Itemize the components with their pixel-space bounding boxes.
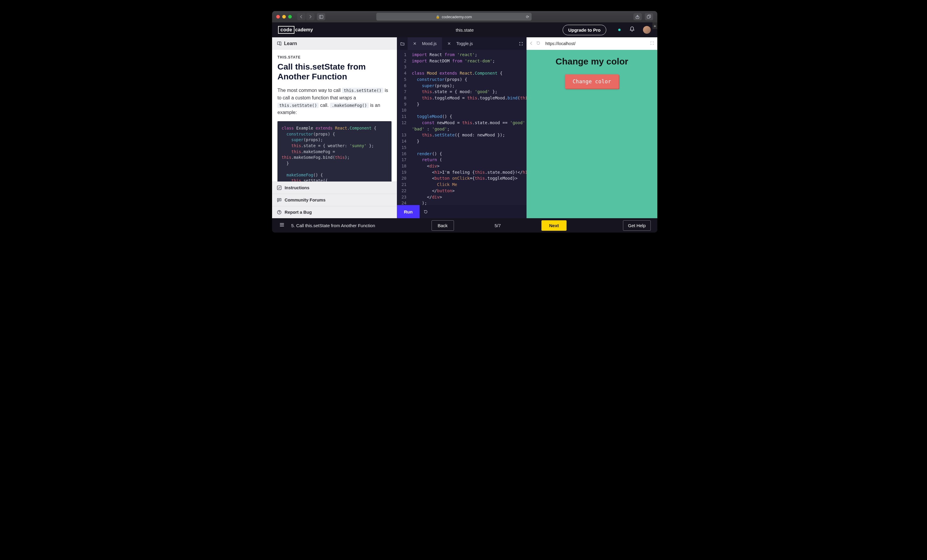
close-window-button[interactable] [276, 15, 280, 18]
app-header: code cademy this.state Upgrade to Pro [272, 23, 657, 37]
logo-text[interactable]: cademy [295, 27, 313, 33]
preview-back-icon[interactable] [529, 41, 533, 46]
logo-box[interactable]: code [278, 26, 295, 34]
reload-icon[interactable]: ⟳ [526, 15, 529, 19]
minimize-window-button[interactable] [282, 15, 286, 18]
upgrade-button[interactable]: Upgrade to Pro [563, 25, 606, 35]
code-source[interactable]: import React from 'react'; import ReactD… [409, 50, 526, 205]
new-tab-button[interactable]: + [652, 23, 657, 29]
reset-button[interactable] [419, 209, 432, 214]
browser-back-button[interactable] [297, 13, 305, 20]
learn-label: Learn [284, 41, 297, 46]
preview-url-input[interactable] [544, 41, 647, 46]
editor-tab-toggle[interactable]: ✕ Toggle.js [442, 37, 478, 50]
avatar[interactable] [643, 26, 651, 34]
close-tab-icon[interactable]: ✕ [413, 41, 416, 46]
maximize-window-button[interactable] [288, 15, 292, 18]
lesson-paragraph: The most common way to call this.setStat… [277, 87, 392, 117]
progress-indicator: 5/7 [495, 223, 501, 228]
editor-tab-label: Mood.js [422, 41, 437, 46]
run-button[interactable]: Run [397, 205, 419, 218]
inline-code: .makeSomeFog() [330, 103, 369, 108]
lesson-kicker: THIS.STATE [277, 55, 392, 59]
address-bar-text: codecademy.com [442, 15, 472, 19]
lesson-title: Call this.setState from Another Function [277, 62, 392, 82]
browser-window: 🔒 codecademy.com ⟳ + code cademy this.st… [272, 11, 657, 232]
change-color-button[interactable]: Change color [565, 74, 619, 89]
editor-panel: ✕ Mood.js ✕ Toggle.js 1 2 3 4 5 6 7 8 9 … [397, 37, 526, 218]
preview-canvas: Change my color Change color [526, 50, 657, 218]
learn-tab[interactable]: Learn [272, 37, 397, 50]
editor-tab-label: Toggle.js [456, 41, 473, 46]
expand-editor-icon[interactable] [515, 37, 526, 50]
lock-icon: 🔒 [436, 15, 440, 19]
share-button[interactable] [634, 13, 642, 20]
syllabus-menu-icon[interactable] [279, 222, 285, 229]
chat-icon [277, 197, 282, 202]
svg-rect-0 [319, 15, 323, 18]
svg-rect-3 [647, 15, 650, 18]
report-bug-label: Report a Bug [285, 210, 312, 215]
lesson-panel: Learn THIS.STATE Call this.setState from… [272, 37, 397, 218]
report-bug-tab[interactable]: Report a Bug [272, 206, 397, 218]
editor-tab-mood[interactable]: ✕ Mood.js [408, 37, 442, 50]
browser-sidebar-toggle[interactable] [317, 13, 325, 20]
get-help-button[interactable]: Get Help [623, 220, 651, 231]
address-bar[interactable]: 🔒 codecademy.com ⟳ [376, 13, 532, 21]
close-tab-icon[interactable]: ✕ [447, 41, 451, 46]
course-footer: 5. Call this.setState from Another Funct… [272, 218, 657, 232]
footer-lesson-title: 5. Call this.setState from Another Funct… [291, 223, 375, 228]
preview-title: Change my color [555, 56, 628, 67]
browser-forward-button[interactable] [306, 13, 315, 20]
instructions-label: Instructions [285, 185, 309, 190]
code-example: class Example extends React.Component { … [277, 121, 392, 182]
editor-tab-bar: ✕ Mood.js ✕ Toggle.js [397, 37, 526, 50]
window-controls [276, 15, 292, 18]
gutter: 1 2 3 4 5 6 7 8 9 10 11 12 13 14 15 16 1… [397, 50, 409, 205]
browser-titlebar: 🔒 codecademy.com ⟳ [272, 11, 657, 23]
status-indicator[interactable] [618, 29, 621, 31]
preview-url-bar [526, 37, 657, 50]
file-tree-icon[interactable] [397, 37, 408, 50]
inline-code: this.setState() [277, 103, 319, 108]
forums-label: Community Forums [285, 197, 325, 202]
book-icon [277, 41, 282, 46]
app-header-title: this.state [456, 27, 474, 33]
help-icon [277, 210, 282, 215]
code-editor[interactable]: 1 2 3 4 5 6 7 8 9 10 11 12 13 14 15 16 1… [397, 50, 526, 205]
inline-code: this.setState() [342, 88, 383, 93]
checkbox-icon [277, 185, 282, 190]
preview-reload-icon[interactable] [536, 41, 541, 47]
next-button[interactable]: Next [541, 220, 567, 231]
preview-expand-icon[interactable] [650, 41, 654, 47]
tabs-button[interactable] [645, 13, 653, 20]
back-button[interactable]: Back [432, 220, 454, 231]
forums-tab[interactable]: Community Forums [272, 194, 397, 206]
preview-panel: Change my color Change color [526, 37, 657, 218]
run-bar: Run [397, 205, 526, 218]
instructions-tab[interactable]: Instructions [272, 182, 397, 194]
notifications-icon[interactable] [629, 26, 635, 33]
svg-point-8 [279, 213, 279, 214]
